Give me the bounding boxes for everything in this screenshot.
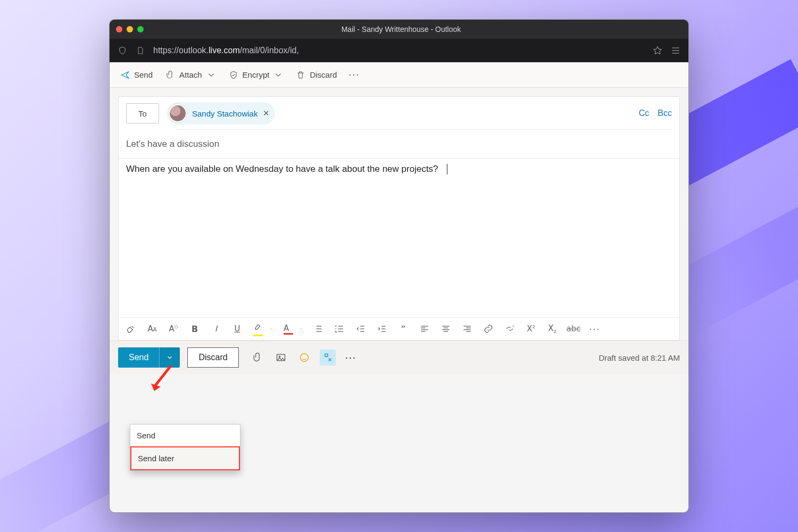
indent-button[interactable] [375, 322, 389, 336]
url-path: /mail/0/inbox/id, [240, 46, 299, 55]
underline-button[interactable]: U [230, 322, 244, 336]
body-row[interactable]: When are you available on Wednesday to h… [119, 159, 679, 317]
action-more-button[interactable]: ··· [343, 350, 359, 365]
minimize-window-button[interactable] [127, 26, 133, 32]
window-controls [116, 26, 144, 32]
maximize-window-button[interactable] [137, 26, 144, 32]
window-title: Mail - Sandy Writtenhouse - Outlook [144, 25, 659, 34]
page-info-icon[interactable] [135, 45, 146, 56]
close-window-button[interactable] [116, 26, 122, 32]
svg-point-2 [300, 354, 308, 362]
compose-toolbar: Send Attach Encrypt Discard ··· [110, 62, 688, 88]
browser-window: Mail - Sandy Writtenhouse - Outlook http… [109, 19, 689, 513]
number-list-button[interactable] [332, 322, 346, 336]
subject-row [119, 130, 679, 159]
discard-button[interactable]: Discard [187, 347, 238, 368]
strikethrough-button[interactable]: abc [567, 322, 580, 336]
send-dropdown: Send Send later [130, 424, 240, 471]
bookmark-star-icon[interactable] [652, 45, 663, 56]
toolbar-encrypt-button[interactable]: Encrypt [225, 67, 288, 83]
quote-button[interactable]: ” [396, 322, 410, 336]
recipient-chip[interactable]: Sandy Stachowiak ✕ [167, 102, 275, 124]
recipient-avatar [169, 104, 187, 122]
bold-button[interactable]: B [188, 322, 202, 336]
font-family-button[interactable]: AA [145, 322, 159, 336]
align-center-button[interactable] [439, 322, 453, 336]
remove-recipient-icon[interactable]: ✕ [263, 109, 270, 118]
text-caret [447, 164, 447, 174]
body-text: When are you available on Wednesday to h… [126, 164, 438, 174]
to-button[interactable]: To [126, 103, 159, 123]
bcc-button[interactable]: Bcc [658, 109, 672, 118]
address-bar: https://outlook.live.com/mail/0/inbox/id… [110, 39, 688, 62]
subscript-button[interactable]: X2 [545, 322, 559, 336]
recipient-name: Sandy Stachowiak [192, 109, 257, 118]
outdent-button[interactable] [354, 322, 368, 336]
superscript-button[interactable]: X2 [524, 322, 538, 336]
action-bar: Send Discard ··· Draft saved at 8:21 AM [110, 340, 688, 374]
annotation-arrow [145, 363, 177, 397]
toolbar-encrypt-label: Encrypt [243, 70, 270, 79]
draft-status: Draft saved at 8:21 AM [598, 353, 680, 362]
format-painter-icon[interactable] [124, 322, 138, 336]
font-color-button[interactable]: A [281, 322, 295, 336]
highlight-button[interactable] [252, 322, 265, 336]
toolbar-send-label: Send [134, 70, 153, 79]
toolbar-discard-button[interactable]: Discard [292, 67, 341, 83]
link-button[interactable] [481, 322, 495, 336]
format-more-button[interactable]: ··· [588, 322, 602, 336]
font-size-button[interactable]: A◇ [167, 322, 180, 336]
toolbar-discard-label: Discard [310, 70, 337, 79]
italic-button[interactable]: I [209, 322, 223, 336]
url-prefix: https://outlook. [153, 46, 209, 55]
emoji-icon[interactable] [296, 350, 312, 365]
insert-image-icon[interactable] [273, 350, 289, 365]
dropdown-send[interactable]: Send [130, 425, 240, 446]
attach-file-icon[interactable] [250, 350, 265, 365]
url-text[interactable]: https://outlook.live.com/mail/0/inbox/id… [153, 46, 645, 55]
shield-icon[interactable] [117, 45, 128, 56]
action-icon-group: ··· [250, 350, 359, 365]
toolbar-send-button[interactable]: Send [116, 67, 157, 83]
cc-button[interactable]: Cc [639, 109, 650, 118]
compose-area: To Sandy Stachowiak ✕ Cc Bcc When are yo… [110, 88, 688, 340]
url-host: live.com [209, 46, 240, 55]
bullet-list-button[interactable] [311, 322, 325, 336]
toolbar-more-button[interactable]: ··· [345, 67, 363, 82]
formatting-toolbar: AA A◇ B I U A ” X2 X2 [119, 317, 679, 340]
cc-bcc-group: Cc Bcc [639, 109, 672, 118]
toolbar-attach-button[interactable]: Attach [161, 67, 220, 83]
dropdown-send-later[interactable]: Send later [130, 446, 240, 470]
titlebar: Mail - Sandy Writtenhouse - Outlook [110, 20, 688, 39]
align-left-button[interactable] [418, 322, 431, 336]
subject-input[interactable] [126, 136, 672, 153]
to-row: To Sandy Stachowiak ✕ Cc Bcc [119, 97, 679, 130]
svg-point-1 [279, 356, 280, 358]
hamburger-menu-icon[interactable] [670, 45, 681, 56]
highlight-chevron-icon[interactable] [269, 326, 274, 331]
toolbar-attach-label: Attach [179, 70, 202, 79]
compose-card: To Sandy Stachowiak ✕ Cc Bcc When are yo… [118, 96, 680, 340]
align-right-button[interactable] [460, 322, 474, 336]
unlink-button[interactable] [503, 322, 517, 336]
signature-icon[interactable] [320, 350, 336, 365]
font-color-chevron-icon[interactable] [298, 326, 304, 331]
